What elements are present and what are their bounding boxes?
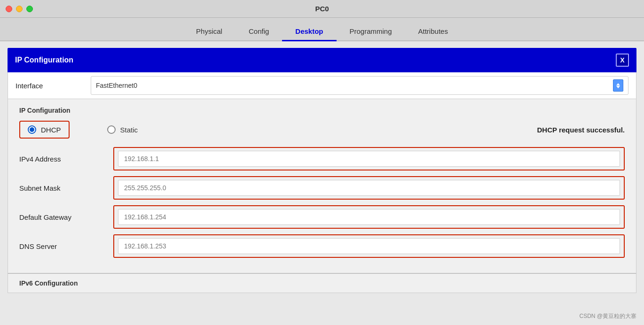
fields-container: IPv4 Address Subnet Mask Default Gateway [19, 147, 625, 258]
arrow-up-icon [616, 83, 620, 85]
dns-row: DNS Server [19, 234, 625, 258]
dns-label: DNS Server [19, 242, 113, 250]
ipv4-input[interactable] [118, 151, 620, 167]
ip-config-close-button[interactable]: X [616, 54, 629, 67]
maximize-button[interactable] [26, 6, 33, 12]
subnet-input[interactable] [118, 180, 620, 196]
main-content: IP Configuration X Interface FastEtherne… [0, 41, 644, 324]
interface-dropdown-arrow[interactable] [613, 79, 623, 92]
window-title: PC0 [315, 5, 329, 13]
dhcp-radio-selected [30, 127, 34, 132]
tab-desktop[interactable]: Desktop [282, 23, 336, 41]
dhcp-option[interactable]: DHCP [19, 121, 70, 139]
static-radio[interactable] [107, 125, 116, 134]
static-label: Static [120, 126, 138, 134]
highlighted-inputs-box [113, 147, 625, 170]
dhcp-label: DHCP [41, 126, 61, 134]
subnet-highlight-box [113, 176, 625, 200]
gateway-input[interactable] [118, 209, 620, 225]
dhcp-status: DHCP request successful. [537, 126, 625, 134]
interface-label: Interface [16, 82, 91, 90]
tab-programming[interactable]: Programming [337, 23, 405, 41]
tab-attributes[interactable]: Attributes [405, 23, 461, 41]
watermark: CSDN @黄豆粒的大寨 [579, 312, 636, 320]
ip-config-section: IP Configuration DHCP Static DHCP reques… [8, 99, 636, 273]
static-option[interactable]: Static [107, 125, 138, 134]
gateway-row: Default Gateway [19, 205, 625, 229]
dns-input[interactable] [118, 238, 620, 254]
subnet-row: Subnet Mask [19, 176, 625, 200]
ipv6-title: IPv6 Configuration [19, 279, 625, 287]
subnet-label: Subnet Mask [19, 184, 113, 192]
ip-config-title: IP Configuration [15, 56, 73, 64]
tab-physical[interactable]: Physical [183, 23, 236, 41]
ip-config-section-title: IP Configuration [19, 107, 625, 114]
interface-value: FastEthernet0 [96, 82, 137, 89]
dhcp-static-row: DHCP Static DHCP request successful. [19, 121, 625, 139]
ip-config-header: IP Configuration X [8, 48, 636, 72]
ipv4-row: IPv4 Address [19, 147, 625, 170]
arrow-down-icon [616, 86, 620, 88]
close-button[interactable] [6, 6, 12, 12]
tab-bar: Physical Config Desktop Programming Attr… [0, 18, 644, 41]
dhcp-radio[interactable] [28, 125, 36, 134]
tab-config[interactable]: Config [236, 23, 282, 41]
gateway-label: Default Gateway [19, 213, 113, 221]
minimize-button[interactable] [16, 6, 23, 12]
ipv6-section: IPv6 Configuration [8, 273, 636, 293]
title-bar: PC0 [0, 0, 644, 18]
interface-select[interactable]: FastEthernet0 [91, 76, 628, 95]
dns-highlight-box [113, 234, 625, 258]
ipv4-label: IPv4 Address [19, 155, 113, 163]
traffic-lights [6, 6, 33, 12]
interface-row: Interface FastEthernet0 [8, 72, 636, 99]
gateway-highlight-box [113, 205, 625, 229]
